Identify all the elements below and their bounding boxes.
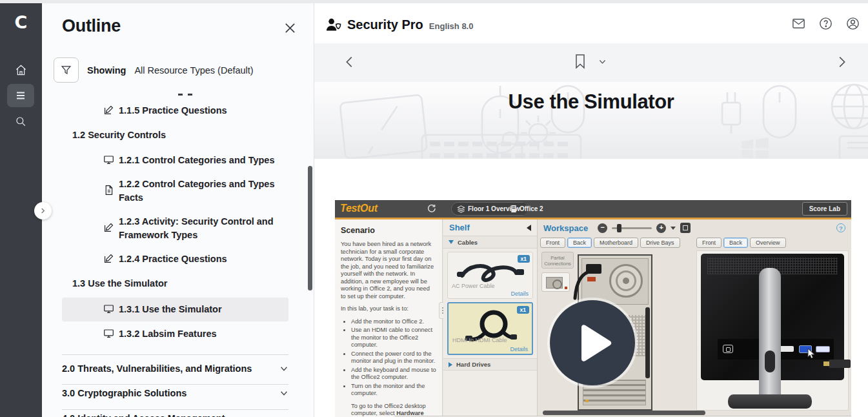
course-subtitle: English 8.0 [429, 21, 474, 31]
app-header: Security Pro English 8.0 [314, 3, 868, 43]
clipped-item-fragment [178, 94, 183, 96]
tab-computer-drive-bays[interactable]: Drive Bays [640, 238, 680, 248]
previous-lesson-button[interactable] [343, 55, 357, 72]
filter-button[interactable] [54, 57, 79, 83]
computer-view-tabs: Front Back Motherboard Drive Bays [540, 238, 680, 248]
app-logo: C [0, 12, 42, 32]
workspace-title: Workspace [543, 223, 588, 233]
filter-showing-label: Showing [87, 65, 126, 76]
next-lesson-button[interactable] [834, 55, 849, 72]
triangle-down-icon [449, 240, 454, 244]
document-icon [103, 185, 114, 196]
outline-title: Outline [62, 16, 121, 36]
partial-connections-label[interactable]: Partial Connections [541, 252, 574, 269]
help-button[interactable] [818, 15, 833, 31]
monitor-back-view[interactable] [696, 250, 849, 411]
outline-menu-button[interactable] [7, 84, 34, 107]
clipped-item-fragment [188, 94, 192, 96]
score-lab-button[interactable]: Score Lab [802, 202, 847, 216]
vga-port[interactable] [816, 346, 830, 352]
filter-funnel-icon [60, 64, 72, 76]
layers-icon [457, 205, 465, 213]
cables-group-header[interactable]: Cables [443, 236, 537, 249]
chevron-down-icon [279, 389, 288, 398]
shelf-item-hdmi-cable-selected[interactable]: x1 HDMI to HDMI Cable Details [447, 302, 533, 355]
messages-button[interactable] [791, 15, 806, 31]
sidebar-expand-toggle[interactable] [34, 202, 52, 219]
refresh-icon[interactable] [427, 203, 436, 216]
outline-close-button[interactable] [281, 19, 298, 36]
task-item: Connect the power cord to the monitor an… [351, 351, 436, 365]
zoom-out-button[interactable]: − [598, 223, 607, 233]
shelf-item-label: HDMI to HDMI Cable [452, 337, 507, 343]
shelf-item-label: AC Power Cable [452, 283, 495, 289]
monitor-doodle-icon [838, 135, 868, 159]
fit-to-screen-button[interactable] [680, 223, 691, 233]
outline-item-1-3-2[interactable]: 1.3.2 Labsim Features [103, 327, 278, 341]
zoom-menu-caret[interactable] [671, 227, 676, 230]
hard-drives-group-header[interactable]: Hard Drives [443, 358, 537, 371]
workspace-horizontal-scrollbar[interactable] [543, 411, 705, 415]
monitor-stand [759, 268, 781, 394]
lesson-navbar [314, 43, 868, 82]
task-item: Turn on the monitor and the computer. [351, 383, 436, 398]
zoom-in-button[interactable]: + [656, 223, 666, 233]
chapter-2-0[interactable]: 2.0 Threats, Vulnerabilities, and Migrat… [62, 363, 288, 374]
power-supply-thumbnail[interactable] [541, 272, 570, 292]
tab-monitor-back[interactable]: Back [723, 238, 748, 248]
quantity-badge: x1 [517, 306, 529, 314]
outline-section-1-3[interactable]: 1.3 Use the Simulator [72, 278, 167, 289]
account-icon [845, 16, 860, 31]
scenario-tasks-intro: In this lab, your task is to: [341, 305, 436, 313]
hdmi-cable-plug[interactable] [829, 360, 851, 368]
security-pro-icon [325, 17, 341, 34]
chapter-4-0[interactable]: 4.0 Identity and Access Management [62, 413, 288, 417]
video-play-button[interactable] [550, 300, 635, 385]
chevron-right-icon [834, 55, 849, 69]
mail-icon [791, 16, 806, 31]
outline-list: 1.1.5 Practice Questions 1.2 Security Co… [42, 87, 314, 417]
chevron-right-icon [40, 208, 46, 214]
account-button[interactable] [845, 15, 860, 31]
outline-panel: Outline Showing All Resource Types (Defa… [42, 3, 314, 417]
tab-computer-motherboard[interactable]: Motherboard [594, 238, 638, 248]
sim-top-bar: TestOut Floor 1 Overview Office 2 Score … [335, 200, 851, 218]
monitor-power-inlet[interactable] [723, 345, 733, 353]
breadcrumb-office2[interactable]: Office 2 [510, 202, 543, 216]
outline-item-1-2-2[interactable]: 1.2.2 Control Categories and Types Facts [103, 178, 278, 205]
video-icon [103, 303, 114, 314]
shelf-collapse-button[interactable] [527, 225, 531, 231]
lesson-title: Use the Simulator [314, 90, 868, 114]
bookmark-icon [574, 54, 587, 69]
scenario-text: You have been hired as a network technic… [341, 241, 436, 300]
zoom-slider-thumb[interactable] [617, 224, 621, 232]
outline-item-1-2-3[interactable]: 1.2.3 Activity: Security Control and Fra… [103, 215, 278, 242]
outline-item-1-3-1-selected[interactable]: 1.3.1 Use the Simulator [62, 298, 288, 321]
shelf-item-ac-power-cable[interactable]: x1 AC Power Cable Details [447, 252, 533, 299]
outline-scrollbar[interactable] [308, 166, 312, 290]
outline-item-1-2-1[interactable]: 1.2.1 Control Categories and Types [103, 154, 278, 167]
details-link[interactable]: Details [510, 346, 528, 352]
home-button[interactable] [7, 58, 34, 81]
details-link[interactable]: Details [510, 290, 529, 297]
tab-computer-back[interactable]: Back [567, 238, 592, 248]
bookmark-menu-button[interactable] [598, 57, 607, 68]
tab-monitor-overview[interactable]: Overview [750, 238, 786, 248]
zoom-slider[interactable] [612, 227, 652, 229]
outline-section-1-2[interactable]: 1.2 Security Controls [72, 130, 166, 140]
tab-computer-front[interactable]: Front [540, 238, 565, 248]
chapter-3-0[interactable]: 3.0 Cryptographic Solutions [62, 388, 288, 398]
task-item: Use an HDMI cable to connect the monitor… [351, 327, 436, 349]
help-circle-icon [818, 16, 833, 31]
search-button[interactable] [7, 110, 34, 133]
workspace-help-icon[interactable]: ? [836, 223, 845, 232]
outline-item-1-1-5[interactable]: 1.1.5 Practice Questions [103, 104, 278, 117]
task-list: Add the monitor to Office 2. Use an HDMI… [351, 318, 436, 398]
bookmark-button[interactable] [574, 54, 587, 72]
divider [62, 384, 288, 385]
side-slot [645, 307, 650, 378]
outline-item-1-2-4[interactable]: 1.2.4 Practice Questions [103, 252, 278, 266]
tab-monitor-front[interactable]: Front [696, 238, 722, 248]
simulator-video-player[interactable]: TestOut Floor 1 Overview Office 2 Score … [335, 200, 851, 417]
chevron-down-icon [279, 364, 288, 373]
